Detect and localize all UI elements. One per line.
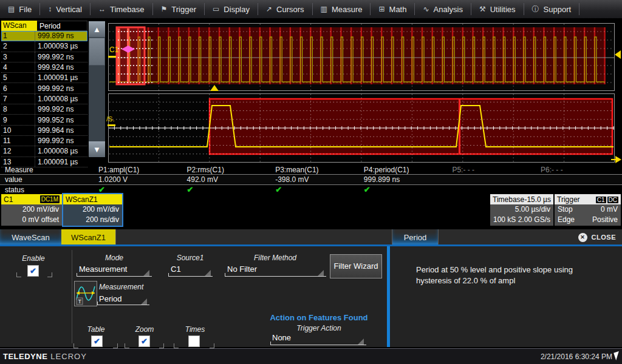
table-row[interactable]: 8 999.992 ns	[1, 104, 87, 115]
svg-text:T: T	[78, 298, 82, 305]
menu-item[interactable]: ▤ File	[0, 3, 40, 15]
menu-item-icon: ∿	[423, 5, 429, 13]
measure-value: -398.0 mV	[268, 175, 357, 184]
menu-item[interactable]: ↕ Vertical	[40, 3, 91, 15]
wscanz1-vdiv: 200 mV/div	[63, 204, 122, 215]
menu-item-icon: ▥	[321, 5, 327, 13]
action-on-features-header: Action on Features Found	[267, 313, 371, 322]
measurement-dropdown[interactable]: Period	[99, 294, 122, 303]
table-row[interactable]: 4 999.924 ns	[1, 62, 87, 73]
measurement-label: Measurement	[99, 283, 166, 291]
row-period-value: 999.924 ns	[35, 63, 87, 72]
tab-period[interactable]: Period	[392, 229, 439, 245]
measure-param-name: P3:mean(C1)	[268, 166, 357, 174]
menu-item[interactable]: ↔ Timebase	[91, 3, 153, 15]
timebase-title: Timebase	[493, 195, 524, 204]
table-row[interactable]: 10 999.964 ns	[1, 126, 87, 136]
row-period-value: 1.000091 µs	[35, 73, 87, 82]
measure-param-name: P1:ampl(C1)	[91, 166, 180, 174]
measure-row-label: Measure	[0, 166, 91, 174]
trigger-time-marker[interactable]	[210, 85, 219, 91]
timebase-descriptor-box[interactable]: Timebase -15.0 µs 5.00 µs/div 100 kS 2.0…	[490, 194, 553, 226]
menu-item-icon: ↗	[266, 5, 272, 13]
wscanz1-title: WScanZ1	[66, 195, 98, 204]
bracket	[113, 343, 118, 348]
table-row[interactable]: 1 999.899 ns	[1, 31, 87, 41]
menu-item-icon: ⓘ	[532, 4, 539, 15]
c1-zero-level-marker[interactable]	[108, 56, 116, 58]
trigger-level-marker[interactable]	[615, 50, 621, 59]
table-row[interactable]: 3 999.992 ns	[1, 52, 87, 62]
close-button[interactable]: ✕ CLOSE	[578, 231, 616, 243]
trigger-level: 0 mV	[601, 204, 618, 215]
zoom-checkbox[interactable]: ✔	[138, 335, 150, 347]
status-check-icon: ✔	[180, 185, 268, 194]
table-row[interactable]: 11 999.992 ns	[1, 136, 87, 146]
enable-label: Enable	[12, 254, 55, 263]
filter-wizard-button[interactable]: Filter Wizard	[330, 254, 382, 278]
c1-waveform-grid[interactable]	[108, 23, 615, 91]
table-row[interactable]: 6 999.992 ns	[1, 83, 87, 93]
menu-item[interactable]: ⚒ Utilities	[471, 3, 524, 15]
measurement-icon-button[interactable]: T	[74, 281, 97, 306]
scrollbar-thumb[interactable]	[89, 38, 105, 66]
wavescan-col-header: WScan	[1, 21, 37, 31]
filter-method-dropdown[interactable]: No Filter	[227, 265, 257, 274]
menu-item-label: File	[19, 5, 32, 14]
menu-item[interactable]: ⚑ Trigger	[153, 3, 205, 15]
menu-item-label: Display	[224, 5, 250, 14]
measure-value: 1.0200 V	[91, 175, 180, 184]
wscanz1-descriptor-box[interactable]: WScanZ1 200 mV/div 200 ns/div	[63, 194, 122, 226]
menu-item[interactable]: ∿ Analysis	[415, 3, 471, 15]
row-index: 11	[1, 136, 35, 146]
enable-checkbox[interactable]: ✔	[27, 265, 39, 277]
table-label: Table	[78, 325, 114, 334]
menu-item[interactable]: ⓘ Support	[524, 3, 580, 15]
table-scrollbar[interactable]: ▲ ▼	[89, 21, 105, 157]
menu-item[interactable]: ↗ Cursors	[258, 3, 313, 15]
trigger-title: Trigger	[557, 195, 580, 204]
trigger-action-dropdown[interactable]: None	[272, 333, 291, 342]
menu-item-label: Timebase	[110, 5, 145, 14]
measure-param-name: P6:- - -	[533, 166, 622, 174]
table-row[interactable]: 12 1.000008 µs	[1, 146, 87, 157]
tab-wavescan[interactable]: WaveScan	[0, 229, 62, 245]
wavescan-rows: 1 999.899 ns 2 1.000093 µs 3 999.992 ns …	[1, 31, 87, 167]
menu-item-icon: ↕	[48, 5, 52, 13]
wscanz1-waveform-grid[interactable]	[108, 93, 615, 163]
source1-dropdown[interactable]: C1	[171, 265, 181, 274]
dropdown-arrow-icon	[358, 339, 364, 345]
c1-descriptor-box[interactable]: C1 DC1M 200 mV/div 0 mV offset	[1, 194, 62, 226]
row-index: 8	[1, 104, 35, 114]
c1-offset: 0 mV offset	[1, 215, 62, 225]
menu-item-label: Trigger	[171, 5, 196, 14]
table-row[interactable]: 5 1.000091 µs	[1, 73, 87, 83]
table-row[interactable]: 7 1.000008 µs	[1, 94, 87, 104]
menu-item[interactable]: ⊞ Math	[371, 3, 415, 15]
tab-wscanz1[interactable]: WScanZ1	[61, 229, 116, 245]
status-row-label: status	[0, 186, 91, 194]
bracket	[73, 343, 78, 348]
menu-item-icon: ⊞	[378, 5, 384, 13]
wavescan-dialog: Enable ✔ Mode Measurement Source1 C1 T M…	[0, 246, 622, 347]
table-row[interactable]: 2 1.000093 µs	[1, 41, 87, 52]
menu-item[interactable]: ▭ Display	[205, 3, 258, 15]
trigger-descriptor-box[interactable]: Trigger C1DC Stop 0 mV Edge Positive	[555, 194, 621, 226]
zoom-zero-level-marker[interactable]	[108, 124, 115, 126]
measure-param-name: P5:- - -	[445, 166, 533, 174]
mode-label: Mode	[77, 254, 151, 262]
row-index: 12	[1, 146, 35, 156]
zoom-label: Zoom	[126, 325, 163, 334]
period-col-header: Period	[37, 21, 87, 31]
table-checkbox[interactable]: ✔	[91, 335, 103, 347]
timebase-tdiv: 5.00 µs/div	[490, 204, 553, 215]
menu-item[interactable]: ▥ Measure	[313, 3, 371, 15]
times-checkbox[interactable]	[188, 335, 200, 347]
table-row[interactable]: 9 999.952 ns	[1, 115, 87, 125]
mode-dropdown[interactable]: Measurement	[79, 265, 127, 274]
scroll-up-button[interactable]: ▲	[89, 21, 105, 37]
menu-item-icon: ↔	[98, 5, 106, 13]
status-check-icon: ✔	[91, 185, 180, 194]
dropdown-arrow-icon	[141, 298, 147, 305]
scroll-down-button[interactable]: ▼	[89, 141, 105, 157]
